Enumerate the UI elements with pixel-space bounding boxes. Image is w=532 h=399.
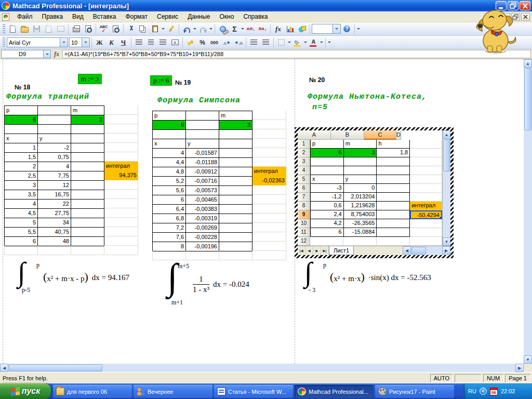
formula-simpson-region[interactable]: m+5 ∫ m+1 1 1 - x³ dx = -0.024 [165, 262, 249, 307]
menu-item[interactable]: Сервис [152, 11, 183, 22]
excel-cell[interactable] [410, 228, 442, 237]
excel-cell[interactable] [343, 237, 377, 246]
row-header[interactable]: 6 [298, 184, 310, 193]
scrollbar-thumb[interactable] [443, 139, 450, 171]
excel-cell[interactable] [377, 166, 410, 175]
excel-cell[interactable] [310, 237, 343, 246]
excel-cell[interactable]: 3 [344, 149, 377, 157]
help-icon[interactable]: ? [341, 23, 353, 35]
hide-icons-chevron[interactable]: < [480, 388, 487, 395]
zoom-combo[interactable] [312, 24, 341, 34]
row-header[interactable]: 5 [298, 175, 310, 184]
print-preview-icon[interactable] [82, 23, 94, 35]
row-header[interactable]: 12 [298, 237, 310, 246]
fill-color-icon[interactable] [291, 37, 303, 48]
undo-dropdown[interactable] [193, 23, 197, 35]
drawing-icon[interactable] [296, 23, 308, 35]
row-header[interactable]: 3 [298, 157, 310, 166]
copy-icon[interactable] [137, 23, 149, 35]
excel-cell[interactable]: интеграл [410, 202, 442, 210]
excel-cell[interactable] [377, 184, 410, 193]
sort-descending-icon[interactable]: ЯА↓ [257, 23, 269, 35]
excel-cell[interactable]: h [377, 140, 410, 149]
excel-cell[interactable]: -1,2 [310, 193, 344, 202]
calendar-tray-icon[interactable]: 06 [490, 388, 498, 395]
scroll-left-icon[interactable]: ◀ [0, 364, 8, 372]
excel-cell[interactable]: 0,6 [310, 202, 344, 210]
excel-cell[interactable]: m [344, 140, 377, 149]
toolbar-grip[interactable] [3, 37, 5, 48]
excel-cell[interactable] [377, 237, 410, 246]
scroll-right-icon[interactable]: ▶ [515, 364, 524, 372]
excel-cell[interactable]: 1,8 [377, 149, 410, 157]
taskbar-button[interactable]: Вечернее [134, 385, 212, 398]
scroll-down-icon[interactable]: ▼ [524, 355, 532, 364]
sheet-tab[interactable]: Лист1 [329, 246, 354, 255]
autosum-dropdown[interactable] [241, 23, 245, 35]
new-icon[interactable] [7, 23, 19, 35]
menu-item[interactable]: Правка [37, 11, 68, 22]
excel-cell[interactable] [410, 175, 442, 184]
decrease-decimal-icon[interactable]: ,00 [232, 37, 244, 48]
start-button[interactable]: пуск [0, 383, 51, 399]
excel-cell[interactable] [377, 193, 410, 202]
clock[interactable]: 22:02 [501, 388, 515, 394]
formula-newton-cotes-region[interactable]: p ∫ - 3 (x² + m·x) ·sin(x) dx = -52.563 [302, 261, 431, 294]
toolbar-options[interactable] [356, 23, 361, 35]
menu-item[interactable]: Окно [215, 11, 238, 22]
toolbar-options[interactable] [327, 37, 331, 48]
column-header[interactable]: C [364, 130, 396, 140]
insert-function-icon[interactable]: fx [51, 50, 62, 58]
name-box-dropdown[interactable] [43, 50, 50, 58]
menu-item[interactable]: Формат [121, 11, 152, 22]
permission-icon[interactable] [43, 23, 55, 35]
currency-icon[interactable] [184, 37, 196, 48]
excel-cell[interactable] [344, 166, 377, 175]
table-18[interactable]: pm 63 xy 1-2 1,50,75 24 2,57,75 312 3,51… [4, 105, 104, 246]
italic-button[interactable]: К [105, 37, 117, 48]
document-icon[interactable] [2, 13, 9, 21]
chart-wizard-icon[interactable] [284, 23, 296, 35]
paste-icon[interactable] [149, 23, 161, 35]
align-left-icon[interactable] [133, 37, 145, 48]
excel-cell[interactable]: -15,0884 [344, 228, 377, 237]
excel-cell[interactable] [410, 193, 442, 202]
excel-cell[interactable] [410, 166, 442, 175]
excel-cell[interactable] [377, 228, 410, 237]
language-indicator[interactable]: RU [468, 388, 476, 394]
font-color-icon[interactable]: А [308, 37, 320, 48]
menu-item[interactable]: Вид [68, 11, 88, 22]
excel-cell[interactable] [410, 157, 442, 166]
excel-cell[interactable]: 6 [310, 228, 344, 237]
excel-cell[interactable]: x [310, 175, 344, 184]
excel-cell[interactable] [377, 210, 410, 219]
menu-item[interactable]: Вставка [88, 11, 121, 22]
close-button[interactable] [520, 1, 530, 10]
excel-cell[interactable] [410, 184, 442, 193]
toolbar-grip[interactable] [3, 24, 5, 34]
font-color-dropdown[interactable] [320, 37, 324, 48]
row-header[interactable]: 1 [298, 140, 310, 149]
paste-dropdown[interactable] [161, 23, 165, 35]
excel-cell[interactable] [377, 157, 410, 166]
percent-style-icon[interactable]: % [196, 37, 208, 48]
research-icon[interactable] [110, 23, 122, 35]
assign-m-region[interactable]: m := 3 [78, 74, 102, 84]
excel-cell[interactable]: y [344, 175, 377, 184]
formula-trapezoid-region[interactable]: p ∫ p-5 (x² + m·x - p) dx = 94.167 [16, 261, 129, 294]
row-header[interactable]: 8 [298, 202, 310, 210]
scroll-left-icon[interactable]: ◀ [403, 246, 411, 255]
taskbar-button[interactable]: Рисунок17 - Paint [375, 385, 454, 398]
row-header[interactable]: 2 [298, 149, 310, 157]
increase-decimal-icon[interactable]: ,0 [220, 37, 232, 48]
scrollbar-thumb[interactable] [9, 364, 102, 371]
worksheet-area[interactable]: m := 3 № 18 Формула трапеций pm 63 xy 1-… [0, 59, 524, 364]
excel-cell[interactable] [410, 149, 442, 157]
merge-center-icon[interactable]: a [169, 37, 181, 48]
excel-cell[interactable] [410, 140, 442, 149]
excel-cell[interactable]: 6 [310, 149, 344, 157]
format-painter-icon[interactable] [165, 23, 177, 35]
excel-vertical-scrollbar[interactable]: ▲ ▼ [442, 130, 450, 246]
sort-ascending-icon[interactable]: АЯ↓ [245, 23, 257, 35]
first-sheet-icon[interactable]: |◀ [298, 246, 305, 255]
